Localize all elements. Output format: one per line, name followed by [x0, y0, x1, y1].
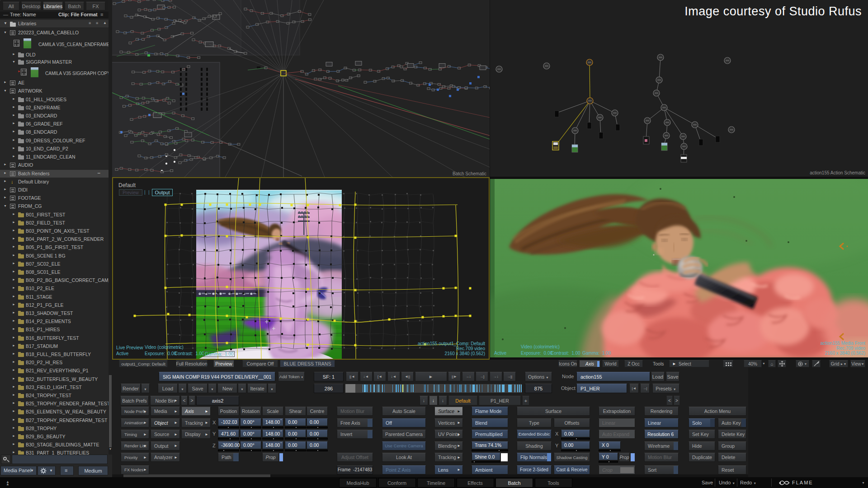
svg-text:Batch Schematic: Batch Schematic	[453, 171, 486, 176]
svg-text:action155 Action Schematic: action155 Action Schematic	[810, 170, 865, 175]
